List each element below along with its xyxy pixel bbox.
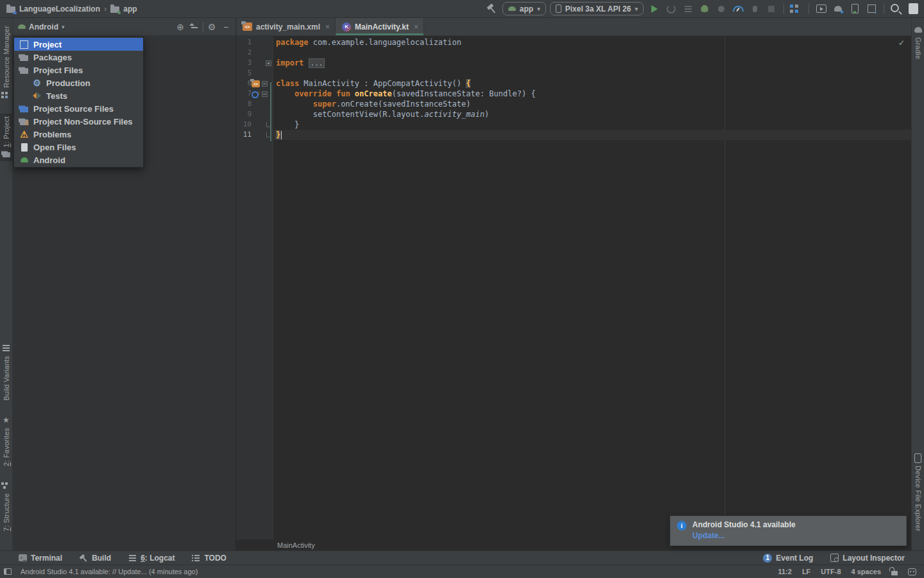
device-select[interactable]: Pixel 3a XL API 26 ▾ <box>550 2 644 15</box>
attach-debugger-icon[interactable] <box>714 2 728 16</box>
notifications-icon[interactable] <box>906 2 920 16</box>
menu-item-packages[interactable]: Packages <box>14 51 143 64</box>
code-line[interactable]: 10 } <box>236 119 911 130</box>
close-tab-icon[interactable]: × <box>414 22 418 31</box>
breadcrumb-separator-icon: › <box>104 4 107 13</box>
tool-window-toggle-icon[interactable] <box>4 568 12 575</box>
status-message[interactable]: Android Studio 4.1 available: // Update.… <box>21 568 198 575</box>
tool-stripe-gradle[interactable]: Gradle <box>912 23 924 62</box>
phone-icon <box>556 4 561 13</box>
stop-icon[interactable] <box>764 2 778 16</box>
layout-validation-icon[interactable] <box>848 2 862 16</box>
breadcrumb-project[interactable]: LanguageLocalization <box>19 4 100 13</box>
tab-activity-main-xml[interactable]: activity_main.xml× <box>236 18 336 35</box>
file-encoding[interactable]: UTF-8 <box>821 568 841 575</box>
fold-marker[interactable]: − <box>260 91 270 97</box>
code-line[interactable]: 6−class MainActivity : AppCompatActivity… <box>236 78 911 89</box>
device-manager-icon[interactable] <box>789 2 803 16</box>
todo-button[interactable]: TODO <box>191 554 226 563</box>
code-line[interactable]: 7− override fun onCreate(savedInstanceSt… <box>236 89 911 99</box>
tool-stripe-7-structure[interactable]: 7: Structure <box>0 479 13 534</box>
menu-item-tests[interactable]: Tests <box>14 89 143 102</box>
project-view-selector[interactable]: Android <box>29 22 58 31</box>
tab-mainactivity-kt[interactable]: KMainActivity.kt× <box>336 18 424 35</box>
toolbar-divider <box>884 3 884 14</box>
line-number: 9 <box>236 109 252 119</box>
code-line[interactable]: 11} <box>236 130 911 140</box>
gutter-row: 10 <box>236 119 273 130</box>
code-editor[interactable]: ✓ 1package com.example.languagelocalizat… <box>236 36 911 539</box>
6-logcat-button[interactable]: 6: Logcat <box>128 554 175 563</box>
debug-icon[interactable] <box>697 2 712 16</box>
tool-stripe-resource-manager[interactable]: Resource Manager <box>0 23 13 102</box>
fold-marker[interactable]: + <box>264 60 273 66</box>
locate-icon[interactable]: ⊕ <box>173 20 187 34</box>
folder-list-icon <box>19 117 29 126</box>
code-line[interactable]: 9 setContentView(R.layout.activity_main) <box>236 109 911 119</box>
menu-item-project-files[interactable]: Project Files <box>14 64 143 76</box>
menu-item-open-files[interactable]: Open Files <box>14 141 143 153</box>
menu-item-project[interactable]: Project <box>14 38 143 51</box>
tool-stripe-2-favorites[interactable]: ★2: Favorites <box>0 414 13 469</box>
breadcrumb-module[interactable]: app <box>123 4 137 13</box>
apply-changes-icon[interactable] <box>664 2 678 16</box>
line-separator[interactable]: LF <box>802 568 810 575</box>
menu-item-android[interactable]: Android <box>14 153 143 166</box>
gutter-row: 5 <box>236 68 273 78</box>
make-project-hammer-icon[interactable] <box>484 2 499 16</box>
sdk-manager-icon[interactable] <box>864 2 878 16</box>
fold-marker[interactable] <box>264 132 273 137</box>
notification-update-link[interactable]: Update... <box>692 531 725 540</box>
tool-stripe-device-file-explorer[interactable]: Device File Explorer <box>912 451 924 534</box>
menu-item-label: Open Files <box>33 143 76 152</box>
event-log-button[interactable]: 1Event Log <box>763 554 813 563</box>
build-button[interactable]: Build <box>79 554 111 563</box>
fold-marker[interactable]: − <box>260 81 270 87</box>
menu-item-production[interactable]: ⚙Production <box>14 76 143 89</box>
profiler-icon[interactable] <box>731 2 745 16</box>
gutter-row: 7− <box>236 89 273 99</box>
indent-style[interactable]: 4 spaces <box>851 568 881 575</box>
unlock-icon[interactable] <box>891 571 898 575</box>
run-configuration-select[interactable]: app ▾ <box>502 2 546 15</box>
gutter-row: 9 <box>236 109 273 119</box>
settings-icon[interactable]: ⚙ <box>205 20 219 34</box>
project-tool-window: Android ▾ ⊕⚙− ProjectPackagesProject Fil… <box>13 18 236 550</box>
label: 7: Structure <box>3 493 10 531</box>
layout-inspector-button[interactable]: Layout Inspector <box>830 554 905 563</box>
label: 6: Logcat <box>141 554 175 563</box>
tool-stripe-1-project[interactable]: 1: Project <box>0 114 13 161</box>
terminal-button[interactable]: Terminal <box>18 554 62 563</box>
code-line[interactable]: 1package com.example.languagelocalizatio… <box>236 37 911 48</box>
menu-item-project-non-source-files[interactable]: Project Non-Source Files <box>14 115 143 128</box>
apply-code-changes-icon[interactable] <box>681 2 695 16</box>
status-face-icon[interactable] <box>908 568 916 575</box>
notification-title: Android Studio 4.1 available <box>692 520 796 529</box>
caret-position[interactable]: 11:2 <box>778 568 791 575</box>
code-line[interactable]: 8 super.onCreate(savedInstanceState) <box>236 99 911 109</box>
profile-app-icon[interactable] <box>748 2 762 16</box>
avd-manager-icon[interactable] <box>814 2 828 16</box>
menu-item-problems[interactable]: ⚠Problems <box>14 128 143 141</box>
label: TODO <box>204 554 226 563</box>
run-icon[interactable] <box>647 2 662 16</box>
related-layout-file-icon[interactable] <box>252 80 260 87</box>
label: Build <box>92 554 111 563</box>
gradle-sync-icon[interactable] <box>831 2 845 16</box>
fold-marker[interactable] <box>264 122 273 127</box>
editor-breadcrumb-item[interactable]: MainActivity <box>277 541 315 549</box>
code-line[interactable]: 3+import ... <box>236 58 911 68</box>
code-line[interactable]: 2 <box>236 48 911 58</box>
label: 1: Project <box>3 116 10 147</box>
menu-item-project-source-files[interactable]: Project Source Files <box>14 102 143 115</box>
toolbar-divider <box>809 3 809 14</box>
close-tab-icon[interactable]: × <box>325 22 330 31</box>
collapse-all-icon[interactable] <box>187 20 201 34</box>
search-everywhere-icon[interactable] <box>889 2 903 16</box>
tool-stripe-build-variants[interactable]: Build Variants <box>0 342 13 403</box>
overriding-method-icon[interactable] <box>252 90 260 98</box>
code-line[interactable]: 5 <box>236 68 911 78</box>
terminal-icon <box>18 554 27 562</box>
code-line-text: class MainActivity : AppCompatActivity()… <box>273 78 911 89</box>
hide-icon[interactable]: − <box>219 20 233 34</box>
